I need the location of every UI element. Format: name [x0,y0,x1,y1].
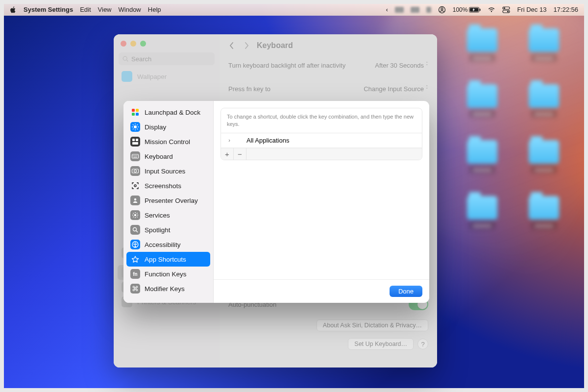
function-keys-icon: fn [130,269,140,279]
zoom-button[interactable] [140,41,146,47]
siri-privacy-button[interactable]: About Ask Siri, Dictation & Privacy… [317,319,428,331]
keyboard-shortcuts-sheet: Launchpad & Dock Display Mission Control… [123,101,429,303]
menubar-time[interactable]: 17:22:56 [553,6,578,13]
category-accessibility[interactable]: Accessibility [126,237,210,252]
category-screenshots[interactable]: Screenshots [126,178,210,193]
input-sources-icon [130,166,140,176]
svg-rect-22 [136,155,136,156]
category-display[interactable]: Display [126,120,210,134]
svg-rect-20 [134,155,134,156]
desktop-folder[interactable]: xxxxxxx [453,196,512,229]
desktop-folder[interactable]: xxxxxxx [514,140,573,173]
category-label: Input Sources [145,168,185,175]
menubar-tray-item[interactable] [395,7,404,13]
category-spotlight[interactable]: Spotlight [126,222,210,237]
menubar: System Settings Edit View Window Help ‹ … [4,4,584,16]
category-services[interactable]: Services [126,208,210,222]
category-label: Display [145,123,166,131]
close-button[interactable] [121,41,126,47]
desktop-icons: xxxxxxx xxxxxxx xxxxxxx xxxxxxx xxxxxxx … [453,28,573,229]
svg-point-28 [134,198,136,200]
search-input[interactable] [119,52,215,65]
chevron-updown-icon: ˄˅ [426,86,428,91]
category-function-keys[interactable]: fnFunction Keys [126,267,210,281]
svg-point-29 [134,214,136,216]
desktop-folder[interactable]: xxxxxxx [514,84,573,118]
fn-select[interactable]: Change Input Source˄˅ [364,85,428,93]
menubar-app-name[interactable]: System Settings [24,6,73,13]
category-label: App Shortcuts [145,256,186,263]
shortcut-toolbar: + − [221,148,422,160]
setup-keyboard-button[interactable]: Set Up Keyboard… [348,338,414,350]
svg-rect-17 [132,142,138,145]
apple-menu-icon[interactable] [10,6,17,13]
svg-rect-19 [133,155,133,156]
category-label: Mission Control [145,138,190,146]
sidebar-item-wallpaper[interactable]: Wallpaper [118,69,216,84]
select-value: Change Input Source [364,85,424,93]
control-center-icon[interactable] [502,6,510,14]
add-shortcut-button[interactable]: + [221,148,234,160]
menubar-collapse-icon[interactable]: ‹ [386,6,388,13]
category-presenter-overlay[interactable]: Presenter Overlay [126,193,210,208]
nav-back-button[interactable] [227,41,236,50]
folder-icon [467,196,497,220]
desktop-folder[interactable]: xxxxxxx [453,84,512,118]
menubar-view[interactable]: View [98,6,112,13]
menubar-window[interactable]: Window [119,6,141,13]
menubar-help[interactable]: Help [148,6,161,13]
services-icon [130,210,140,220]
settings-header: Keyboard [220,34,437,57]
spotlight-icon [130,225,140,235]
sheet-footer: Done [214,279,429,303]
folder-label: xxxxxxx [469,166,495,173]
category-label: Presenter Overlay [145,197,198,204]
menubar-tray-item[interactable] [426,7,431,13]
category-launchpad-dock[interactable]: Launchpad & Dock [126,105,210,120]
folder-icon [529,196,559,220]
desktop-folder[interactable]: xxxxxxx [514,196,573,229]
menubar-tray-item[interactable] [411,7,419,13]
shortcut-list-box: To change a shortcut, double click the k… [220,108,422,160]
select-value: After 30 Seconds [375,62,424,69]
desktop-folder[interactable]: xxxxxxx [514,28,573,62]
folder-icon [467,140,497,164]
svg-rect-12 [132,113,135,116]
svg-point-9 [123,56,127,60]
svg-rect-16 [136,139,138,141]
category-input-sources[interactable]: Input Sources [126,164,210,178]
svg-rect-4 [480,8,481,11]
desktop-folder[interactable]: xxxxxxx [453,140,512,173]
presenter-icon [130,196,140,205]
category-modifier-keys[interactable]: ⌘Modifier Keys [126,281,210,296]
done-button[interactable]: Done [390,286,422,297]
wallpaper-icon [122,71,132,82]
category-label: Spotlight [145,226,171,234]
folder-label: xxxxxxx [531,110,557,118]
folder-label: xxxxxxx [531,54,557,62]
svg-point-27 [134,185,136,187]
help-button[interactable]: ? [417,339,428,349]
user-switch-icon[interactable] [438,6,446,14]
menubar-edit[interactable]: Edit [80,6,91,13]
modifier-keys-icon: ⌘ [130,284,140,294]
remove-shortcut-button[interactable]: − [234,148,246,160]
svg-point-26 [134,170,137,172]
menubar-date[interactable]: Fri Dec 13 [517,6,546,13]
nav-forward-button[interactable] [242,41,251,50]
backlight-select[interactable]: After 30 Seconds˄˅ [375,62,428,69]
page-title: Keyboard [257,41,293,50]
svg-rect-24 [133,157,137,157]
desktop-folder[interactable]: xxxxxxx [453,28,512,62]
category-app-shortcuts[interactable]: App Shortcuts [126,252,210,267]
launchpad-icon [130,107,140,117]
chevron-right-icon: › [226,137,233,143]
minimize-button[interactable] [130,41,136,47]
shortcut-tree-root[interactable]: › All Applications [221,133,422,148]
folder-label: xxxxxxx [469,54,495,62]
folder-label: xxxxxxx [469,221,495,229]
wifi-icon[interactable] [488,6,495,14]
battery-indicator[interactable]: 100% [453,6,481,13]
category-mission-control[interactable]: Mission Control [126,134,210,149]
category-keyboard[interactable]: Keyboard [126,149,210,164]
